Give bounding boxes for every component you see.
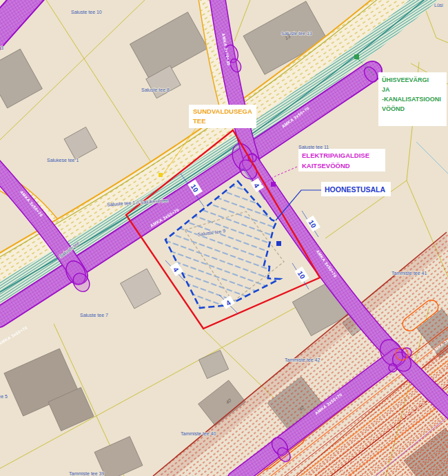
parcel-label: Saluste tee 7 xyxy=(80,313,108,318)
callout-text: HOONESTUSALA xyxy=(325,185,386,194)
callout-text: -KANALISATSIOONI xyxy=(382,96,441,103)
callout-text: TEE xyxy=(193,117,205,125)
callout-uhisveevargi: ÜHISVEEVÄRGI JA -KANALISATSIOONI VÖÖND xyxy=(378,72,447,126)
water-marker-dot xyxy=(354,54,359,59)
cable-marker-dot xyxy=(271,182,276,187)
callout-text: ELEKTRIPAIGALDISE xyxy=(302,152,369,159)
parcel-label: Lüsi xyxy=(434,3,443,8)
callout-sundvaldusega-tee: SUNDVALDUSEGA TEE xyxy=(189,105,256,128)
parcel-label: Salukese tee 1 xyxy=(47,158,79,163)
detail-plan-map: AMKA 3x70+35 AMKA 3x50+70 AMKA 3x50+70 A… xyxy=(0,0,448,476)
callout-text: VÖÖND xyxy=(382,105,405,112)
callout-hoonestusala: HOONESTUSALA xyxy=(321,182,391,196)
parcel-label: Tammiste tee 39 xyxy=(69,471,104,476)
parcel-label: Tammiste tee 40 xyxy=(181,431,216,436)
callout-text: KAITSEVÖÖND xyxy=(302,162,350,169)
map-canvas[interactable]: AMKA 3x70+35 AMKA 3x50+70 AMKA 3x50+70 A… xyxy=(0,0,448,476)
callout-text: ÜHISVEEVÄRGI xyxy=(382,76,429,83)
parcel-label: Tammiste tee 42 xyxy=(285,358,320,362)
callout-text: JA xyxy=(382,86,390,93)
parcel-label: Saluste tee 11 xyxy=(298,145,329,149)
callout-text: SUNDVALDUSEGA xyxy=(193,107,252,115)
parcel-label: Saluste tee 5 xyxy=(0,394,8,399)
parcel-label: Saluste tee 10 xyxy=(71,10,102,14)
parcel-label: Saluste tee 8 xyxy=(141,87,170,92)
blue-marker-dot xyxy=(276,241,281,246)
parcel-label: 3 xyxy=(1,45,3,50)
parcel-label: Tammiste tee 41 xyxy=(391,271,427,276)
road-marker-dot xyxy=(159,173,163,177)
callout-elektripaigaldise: ELEKTRIPAIGALDISE KAITSEVÖÖND xyxy=(298,149,385,172)
